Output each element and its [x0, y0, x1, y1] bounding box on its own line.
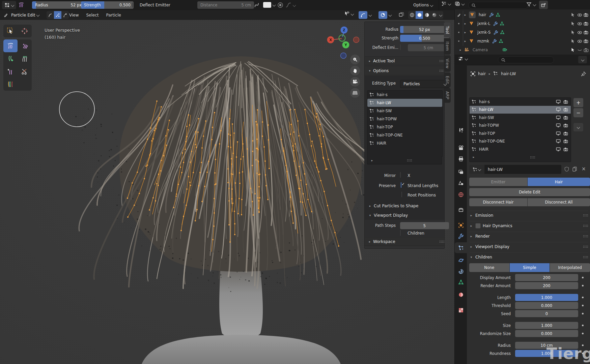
disconnect-hair-button[interactable]: Disconnect Hair [469, 198, 527, 206]
outliner-row-mzmk[interactable]: ▸mzmk [455, 37, 590, 46]
mode-selector[interactable]: Particle Edit [3, 11, 39, 19]
emitter-toggle-button[interactable]: Emitter [469, 178, 527, 186]
render-panel-header[interactable]: ▸Render [469, 232, 588, 241]
object-data-tab[interactable] [455, 277, 467, 287]
disable-render-camera-icon[interactable] [584, 48, 588, 52]
panel-grip[interactable] [583, 235, 584, 236]
gizmos-toggle[interactable] [359, 11, 371, 19]
shading-material-button[interactable] [423, 11, 430, 19]
children-panel-header[interactable]: ▾Children [469, 252, 588, 262]
mirror-x-checkbox[interactable] [400, 172, 401, 178]
panel-grip[interactable] [440, 70, 440, 70]
hide-eye-icon[interactable] [577, 12, 582, 17]
path-select-mode-button[interactable] [47, 11, 54, 19]
delete-edit-button[interactable]: Delete Edit [469, 188, 590, 196]
shading-wireframe-button[interactable] [408, 11, 416, 19]
properties-options-dropdown[interactable] [578, 56, 587, 63]
material-tab[interactable] [455, 290, 467, 300]
scene-tab[interactable] [455, 178, 467, 188]
panel-grip[interactable] [440, 241, 440, 241]
display-monitor-icon[interactable] [556, 139, 561, 144]
length-brush-tool[interactable] [3, 65, 18, 78]
render-camera-icon[interactable] [563, 107, 568, 112]
viewport-3d[interactable]: User Perspective (160) hair [0, 20, 454, 364]
npanel-system-hair-s[interactable]: hair-s [367, 91, 442, 99]
hide-eye-icon[interactable] [577, 30, 582, 35]
pan-hand-button[interactable] [350, 66, 360, 75]
properties-system-hair-SW[interactable]: hair-SW [470, 114, 571, 122]
viewport-display-panel-header[interactable]: ▾Viewport Display [368, 213, 408, 218]
panel-grip[interactable] [583, 256, 584, 257]
hair-toggle-button[interactable]: Hair [528, 178, 590, 186]
radial-falloff-icon[interactable] [277, 2, 283, 8]
properties-system-hair-s[interactable]: hair-s [470, 98, 571, 106]
radius-slider[interactable]: Radius 52 px [32, 1, 85, 9]
children-checkbox[interactable] [400, 230, 401, 236]
hidden-eye-icon[interactable] [577, 48, 582, 52]
specials-dropdown-button[interactable] [573, 123, 583, 131]
npanel-tab-tool[interactable]: Tool [444, 23, 451, 37]
render-camera-icon[interactable] [563, 99, 568, 104]
npanel-deflect-checkbox[interactable] [400, 44, 401, 50]
outliner-search-input[interactable] [468, 2, 528, 9]
value-field[interactable]: 0.000 [515, 330, 578, 337]
selectable-pointer-icon[interactable] [571, 48, 575, 52]
properties-search-input[interactable] [498, 56, 554, 63]
modifiers-tab[interactable] [455, 231, 467, 241]
hide-eye-icon[interactable] [577, 21, 582, 26]
shading-dropdown[interactable] [438, 11, 443, 19]
expand-arrow-icon[interactable]: ▸ [458, 48, 462, 52]
list-grip[interactable] [407, 159, 408, 160]
copy-icon[interactable] [572, 166, 578, 172]
display-monitor-icon[interactable] [556, 115, 561, 120]
object-tab[interactable] [455, 220, 467, 230]
strand-lengths-checkbox[interactable] [401, 182, 401, 188]
value-field[interactable]: 1.000 [515, 322, 578, 329]
options-panel-header[interactable]: ▾ Options [365, 66, 444, 75]
npanel-system-hair-TOP[interactable]: hair-TOP [367, 123, 442, 131]
children-interpolated-button[interactable]: Interpolated [550, 263, 590, 272]
physics-tab[interactable] [455, 255, 467, 265]
expand-arrow-icon[interactable]: ▸ [463, 13, 467, 17]
new-collection-button[interactable] [539, 1, 548, 9]
hair-dynamics-panel-header[interactable]: ▸Hair Dynamics [469, 221, 588, 230]
menu-particle[interactable]: Particle [106, 13, 121, 18]
render-tab[interactable] [455, 143, 467, 153]
shading-solid-button[interactable] [416, 11, 423, 19]
animate-dot[interactable] [582, 277, 584, 278]
cut-particles-panel-header[interactable]: ▸Cut Particles to Shape [368, 204, 418, 208]
panel-grip[interactable] [440, 60, 440, 61]
point-select-mode-button[interactable] [54, 11, 61, 19]
disable-render-camera-icon[interactable] [584, 30, 588, 35]
smooth-brush-tool[interactable] [18, 39, 32, 52]
tool-tab[interactable] [455, 125, 467, 135]
render-camera-icon[interactable] [563, 115, 568, 120]
viewport-display-panel-header[interactable]: ▸Viewport Display [469, 242, 588, 251]
animate-dot[interactable] [582, 313, 584, 314]
outliner-row-jxmk-S[interactable]: ▸jxmk-S [455, 28, 590, 37]
children-simple-button[interactable]: Simple [510, 263, 550, 272]
comb-brush-tool[interactable] [3, 39, 18, 52]
value-field[interactable]: 200 [515, 274, 578, 281]
color-swatch-button[interactable] [263, 2, 275, 8]
disable-render-camera-icon[interactable] [584, 12, 588, 17]
value-field[interactable]: 0 [515, 310, 578, 317]
object-visibility-dropdown[interactable] [344, 11, 354, 17]
npanel-tab-arp[interactable]: ARP [444, 88, 451, 103]
hair-dynamics-checkbox[interactable] [475, 223, 481, 229]
constraints-tab[interactable] [455, 266, 467, 276]
view-layer-tab[interactable] [455, 167, 467, 177]
outliner-row-jxmk-L[interactable]: ▸jxmk-L [455, 19, 590, 28]
value-field[interactable]: 1.000 [515, 294, 578, 301]
output-tab[interactable] [455, 154, 467, 164]
remove-particle-system-button[interactable]: − [573, 108, 583, 117]
id-type-button[interactable] [469, 165, 484, 174]
properties-system-hair-TOP[interactable]: hair-TOP [470, 129, 571, 138]
animate-dot[interactable] [582, 305, 584, 306]
expand-arrow-icon[interactable]: ▸ [370, 159, 374, 162]
animate-dot[interactable] [582, 333, 584, 334]
breadcrumb-object[interactable]: hair [478, 71, 486, 76]
properties-system-HAIR[interactable]: HAIR [470, 145, 571, 153]
system-name-field[interactable]: hair-LW [484, 165, 561, 174]
puff-brush-tool[interactable] [18, 52, 32, 65]
